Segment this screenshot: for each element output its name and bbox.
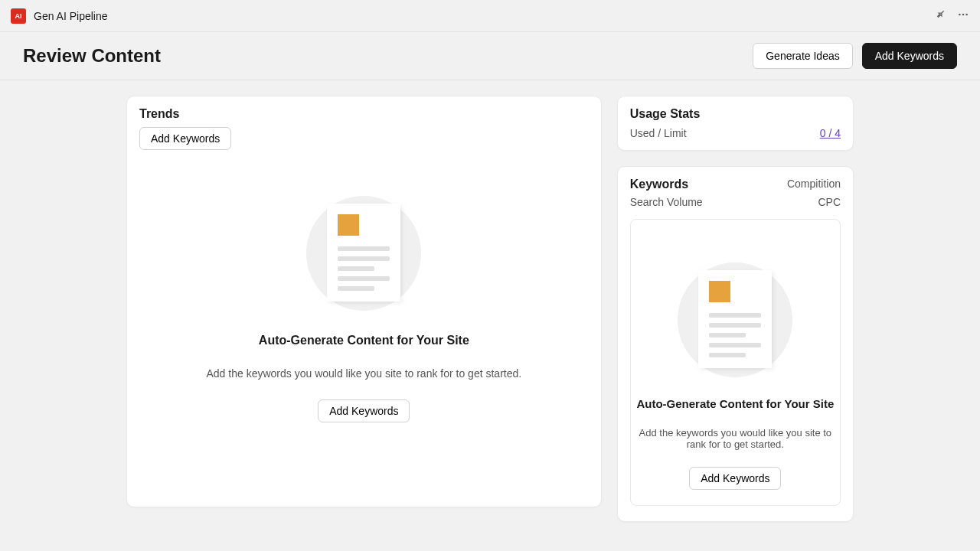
generate-ideas-button[interactable]: Generate Ideas bbox=[753, 43, 853, 69]
keywords-competition-label: Compitition bbox=[787, 178, 841, 191]
usage-label: Used / Limit bbox=[630, 127, 687, 139]
pin-icon[interactable] bbox=[934, 8, 946, 24]
document-illustration-icon bbox=[306, 196, 421, 311]
usage-value-link[interactable]: 0 / 4 bbox=[820, 127, 841, 139]
header-actions: Generate Ideas Add Keywords bbox=[753, 43, 957, 69]
right-column: Usage Stats Used / Limit 0 / 4 Keywords … bbox=[617, 96, 854, 522]
svg-point-1 bbox=[962, 13, 965, 15]
trends-empty-state: Auto-Generate Content for Your Site Add … bbox=[139, 150, 589, 422]
keywords-empty-add-keywords-button[interactable]: Add Keywords bbox=[689, 467, 781, 490]
usage-stats-card: Usage Stats Used / Limit 0 / 4 bbox=[617, 96, 854, 151]
usage-row: Used / Limit 0 / 4 bbox=[630, 127, 841, 139]
trends-add-keywords-button[interactable]: Add Keywords bbox=[139, 127, 231, 150]
app-logo-icon: AI bbox=[11, 8, 26, 24]
trends-empty-title: Auto-Generate Content for Your Site bbox=[259, 334, 469, 347]
keywords-header-row: Keywords Compitition bbox=[630, 178, 841, 191]
usage-title: Usage Stats bbox=[630, 107, 841, 121]
more-icon[interactable] bbox=[957, 8, 969, 24]
keywords-card: Keywords Compitition Search Volume CPC bbox=[617, 166, 854, 522]
add-keywords-button[interactable]: Add Keywords bbox=[862, 43, 957, 69]
keywords-search-volume-label: Search Volume bbox=[630, 196, 703, 208]
trends-title: Trends bbox=[139, 107, 589, 121]
keywords-title: Keywords bbox=[630, 178, 688, 191]
trends-empty-add-keywords-button[interactable]: Add Keywords bbox=[318, 399, 410, 422]
svg-point-0 bbox=[959, 13, 961, 15]
keywords-empty-title: Auto-Generate Content for Your Site bbox=[636, 397, 834, 410]
trends-empty-desc: Add the keywords you would like you site… bbox=[207, 367, 522, 380]
svg-point-2 bbox=[965, 13, 968, 15]
page-title: Review Content bbox=[23, 45, 161, 67]
topbar-right bbox=[934, 8, 969, 24]
topbar: AI Gen AI Pipeline bbox=[0, 0, 980, 32]
page-header: Review Content Generate Ideas Add Keywor… bbox=[0, 32, 980, 80]
keywords-inner-card: Auto-Generate Content for Your Site Add … bbox=[630, 219, 841, 506]
trends-card: Trends Add Keywords Auto-Generate Conten… bbox=[126, 96, 602, 507]
keywords-empty-desc: Add the keywords you would like you site… bbox=[631, 427, 840, 450]
content-area: Trends Add Keywords Auto-Generate Conten… bbox=[0, 80, 980, 522]
topbar-left: AI Gen AI Pipeline bbox=[11, 8, 108, 24]
app-title: Gen AI Pipeline bbox=[34, 10, 108, 22]
keywords-cpc-label: CPC bbox=[818, 196, 841, 208]
keywords-sub-row: Search Volume CPC bbox=[630, 196, 841, 208]
document-illustration-icon bbox=[678, 262, 792, 377]
keywords-empty-state: Auto-Generate Content for Your Site Add … bbox=[631, 232, 840, 490]
